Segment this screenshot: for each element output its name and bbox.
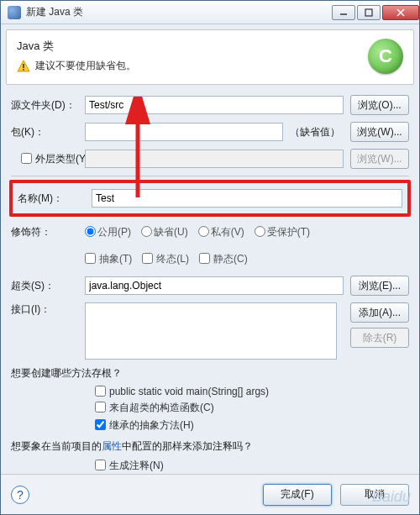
superclass-label: 超类(S)：: [11, 279, 85, 293]
modifier-static[interactable]: 静态(C): [199, 252, 248, 266]
enclosing-type-field: [85, 150, 344, 168]
comments-question: 想要象在当前项目的属性中配置的那样来添加注释吗？: [11, 439, 409, 454]
name-field[interactable]: [92, 189, 402, 208]
browse-superclass-button[interactable]: 浏览(E)...: [350, 276, 409, 296]
minimize-button[interactable]: [332, 5, 355, 20]
stub-inherited-checkbox[interactable]: 继承的抽象方法(H): [95, 418, 409, 433]
source-folder-label: 源文件夹(D)：: [11, 98, 85, 113]
browse-enclosing-button: 浏览(W)...: [350, 149, 409, 169]
modifiers-label: 修饰符：: [11, 225, 85, 239]
separator: [11, 176, 409, 176]
modifier-public[interactable]: 公用(P): [85, 225, 131, 239]
add-interface-button[interactable]: 添加(A)...: [350, 302, 409, 323]
package-label: 包(K)：: [11, 125, 85, 139]
stub-constructors-checkbox[interactable]: 来自超类的构造函数(C): [95, 401, 409, 415]
remove-interface-button: 除去(R): [350, 328, 409, 348]
package-field[interactable]: [85, 123, 283, 141]
modifier-final[interactable]: 终态(L): [142, 252, 189, 266]
app-icon: [8, 6, 21, 19]
window-title: 新建 Java 类: [26, 5, 330, 19]
header-title: Java 类: [17, 39, 368, 54]
superclass-field[interactable]: [85, 276, 344, 295]
class-logo-icon: C: [368, 39, 403, 74]
maximize-button[interactable]: [357, 5, 381, 20]
finish-button[interactable]: 完成(F): [263, 484, 332, 506]
cancel-button[interactable]: 取消: [340, 484, 409, 506]
dialog-footer: ? 完成(F) 取消: [1, 474, 419, 514]
package-default-text: （缺省值）: [290, 125, 340, 139]
source-folder-field[interactable]: [85, 96, 344, 114]
interfaces-label: 接口(I)：: [11, 302, 85, 317]
svg-rect-6: [23, 69, 24, 71]
modifier-private[interactable]: 私有(V): [198, 225, 244, 239]
browse-source-button[interactable]: 浏览(O)...: [350, 95, 409, 115]
svg-rect-5: [23, 64, 24, 68]
warning-text: 建议不要使用缺省包。: [35, 59, 136, 73]
enclosing-type-checkbox[interactable]: [21, 153, 32, 164]
stubs-question: 想要创建哪些方法存根？: [11, 366, 409, 381]
svg-rect-1: [365, 9, 372, 16]
modifier-protected[interactable]: 受保护(T): [255, 225, 310, 239]
stub-main-checkbox[interactable]: public static void main(String[] args): [95, 386, 409, 397]
modifier-abstract[interactable]: 抽象(T): [85, 252, 132, 266]
close-button[interactable]: [382, 5, 419, 20]
browse-package-button[interactable]: 浏览(W)...: [350, 122, 409, 142]
generate-comments-checkbox[interactable]: 生成注释(N): [95, 459, 409, 473]
name-highlight-box: 名称(M)：: [9, 180, 411, 217]
warning-icon: [17, 60, 30, 73]
modifier-default[interactable]: 缺省(U): [141, 225, 188, 239]
help-button[interactable]: ?: [11, 486, 29, 504]
titlebar: 新建 Java 类: [1, 1, 419, 24]
interfaces-list[interactable]: [85, 302, 337, 360]
name-label: 名称(M)：: [18, 192, 92, 206]
enclosing-type-label: 外层类型(Y)：: [11, 152, 85, 166]
properties-link[interactable]: 属性: [102, 440, 122, 452]
dialog-header: Java 类 建议不要使用缺省包。 C: [6, 29, 414, 85]
